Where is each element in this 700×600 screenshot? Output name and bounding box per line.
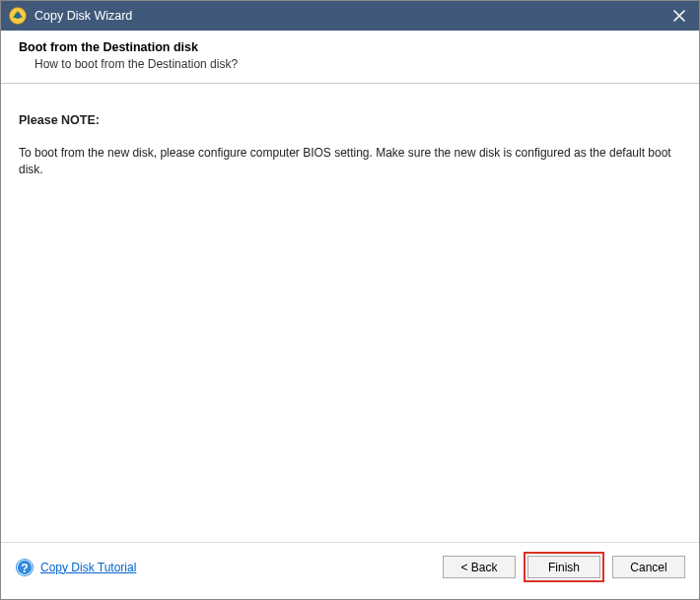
- window-title: Copy Disk Wizard: [35, 9, 665, 23]
- page-heading: Boot from the Destination disk: [19, 40, 681, 54]
- tutorial-link[interactable]: Copy Disk Tutorial: [40, 561, 136, 574]
- cancel-button[interactable]: Cancel: [612, 556, 685, 578]
- back-button[interactable]: < Back: [443, 556, 516, 578]
- note-heading: Please NOTE:: [19, 113, 681, 127]
- note-body: To boot from the new disk, please config…: [19, 145, 681, 179]
- svg-text:?: ?: [21, 561, 28, 574]
- close-button[interactable]: [665, 4, 693, 28]
- svg-point-1: [15, 13, 21, 19]
- close-icon: [673, 10, 685, 22]
- page-subheading: How to boot from the Destination disk?: [19, 57, 681, 71]
- help-icon: ?: [15, 558, 35, 577]
- finish-button[interactable]: Finish: [527, 556, 600, 578]
- page-header: Boot from the Destination disk How to bo…: [1, 31, 699, 84]
- titlebar: Copy Disk Wizard: [1, 1, 699, 31]
- finish-highlight: Finish: [524, 552, 604, 582]
- footer: ? Copy Disk Tutorial < Back Finish Cance…: [1, 542, 699, 591]
- app-icon: [9, 7, 27, 25]
- content-area: Please NOTE: To boot from the new disk, …: [1, 84, 699, 542]
